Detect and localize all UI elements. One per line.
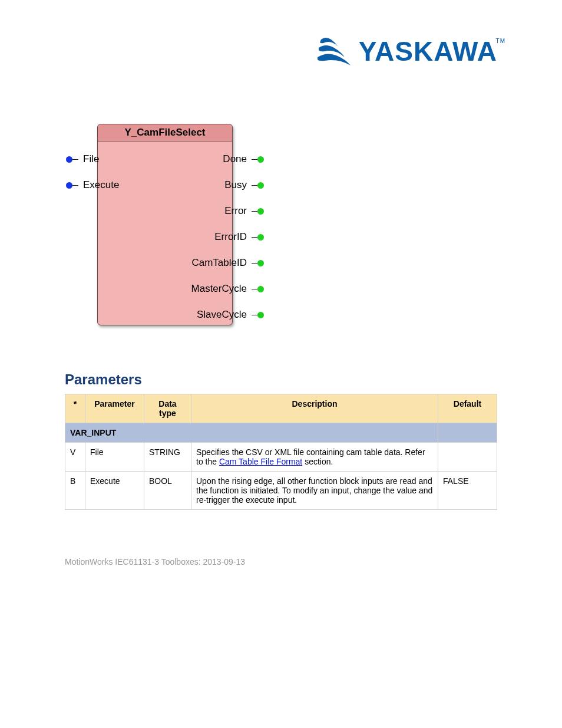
table-subhead-row: VAR_INPUT (65, 423, 497, 443)
port-done: Done (223, 152, 264, 166)
logo-tm: TM (496, 38, 505, 44)
port-dot-output-icon (257, 156, 264, 163)
col-star: * (65, 394, 85, 423)
cell-desc: Specifies the CSV or XML file containing… (191, 443, 438, 472)
col-default: Default (438, 394, 497, 423)
port-label: Execute (83, 179, 119, 191)
port-tick (252, 263, 257, 263)
function-block-diagram: Y_CamFileSelect File Execute Done Busy (77, 124, 253, 348)
table-row: V File STRING Specifies the CSV or XML f… (65, 443, 497, 472)
col-description: Description (191, 394, 438, 423)
port-tick (72, 185, 78, 186)
table-header-row: * Parameter Data type Description Defaul… (65, 394, 497, 423)
cell-param: File (85, 443, 144, 472)
cell-default: FALSE (438, 472, 497, 510)
port-tick (252, 211, 257, 212)
table-row: B Execute BOOL Upon the rising edge, all… (65, 472, 497, 510)
port-slavecycle: SlaveCycle (197, 308, 264, 322)
port-tick (72, 159, 78, 160)
cell-desc: Upon the rising edge, all other function… (191, 472, 438, 510)
desc-text-post: section. (302, 457, 333, 466)
port-tick (252, 185, 257, 186)
parameters-table: * Parameter Data type Description Defaul… (65, 394, 497, 510)
cell-dtype: BOOL (144, 472, 191, 510)
port-label: ErrorID (214, 231, 247, 243)
port-busy: Busy (224, 178, 264, 192)
logo-mark (318, 37, 353, 65)
port-camtableid: CamTableID (191, 256, 264, 270)
cell-default (438, 443, 497, 472)
port-errorid: ErrorID (214, 230, 264, 244)
port-dot-output-icon (257, 182, 264, 189)
cell-star: V (65, 443, 85, 472)
port-error: Error (224, 204, 264, 218)
cell-star: B (65, 472, 85, 510)
port-execute: Execute (66, 178, 119, 192)
col-parameter: Parameter (85, 394, 144, 423)
page-footer: MotionWorks IEC61131-3 Toolboxes: 2013-0… (65, 557, 497, 566)
cam-table-format-link[interactable]: Cam Table File Format (219, 457, 302, 466)
function-block-title: Y_CamFileSelect (98, 124, 232, 141)
brand-logo: YASKAWA TM (318, 35, 497, 67)
port-label: File (83, 153, 99, 165)
port-tick (252, 315, 257, 315)
port-dot-output-icon (257, 312, 264, 318)
port-label: SlaveCycle (197, 309, 247, 321)
port-label: Error (224, 205, 247, 217)
port-tick (252, 237, 257, 238)
port-file: File (66, 152, 99, 166)
logo-text: YASKAWA TM (359, 35, 497, 67)
cell-dtype: STRING (144, 443, 191, 472)
port-dot-output-icon (257, 234, 264, 241)
port-tick (252, 289, 257, 289)
subhead-label: VAR_INPUT (65, 423, 438, 443)
cell-param: Execute (85, 472, 144, 510)
port-mastercycle: MasterCycle (191, 282, 264, 296)
port-label: Busy (224, 179, 247, 191)
port-label: CamTableID (191, 257, 247, 269)
port-dot-output-icon (257, 260, 264, 266)
port-dot-input-icon (66, 182, 72, 189)
port-tick (252, 159, 257, 160)
col-datatype: Data type (144, 394, 191, 423)
port-label: Done (223, 153, 247, 165)
port-dot-input-icon (66, 156, 72, 163)
subhead-default (438, 423, 497, 443)
port-dot-output-icon (257, 208, 264, 215)
port-label: MasterCycle (191, 283, 247, 295)
parameters-heading: Parameters (65, 371, 497, 388)
port-dot-output-icon (257, 286, 264, 292)
